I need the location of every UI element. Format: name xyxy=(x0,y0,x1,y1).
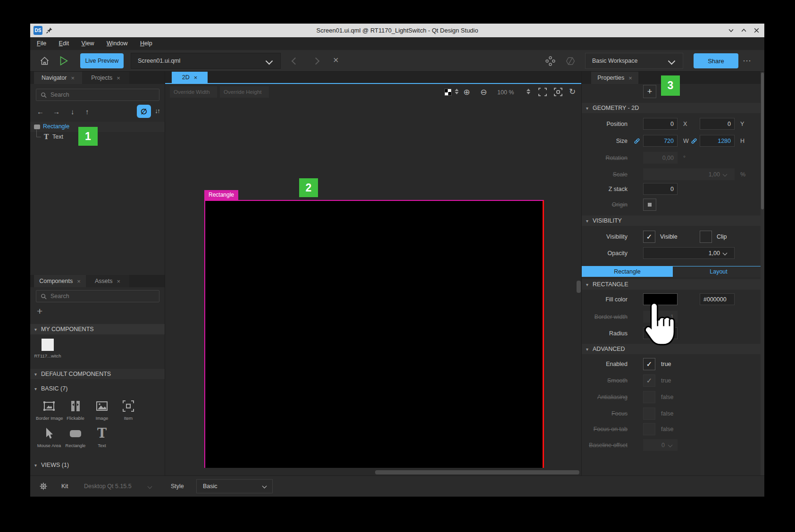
close-icon[interactable]: × xyxy=(628,75,632,81)
clip-checkbox[interactable] xyxy=(700,231,712,243)
rotation-field[interactable]: 0,00 xyxy=(643,152,678,164)
style-selector[interactable]: Basic xyxy=(196,479,273,493)
node-graph-icon[interactable] xyxy=(545,56,555,66)
subtab-rectangle[interactable]: Rectangle xyxy=(582,266,673,277)
origin-selector-button[interactable] xyxy=(643,199,656,211)
forward-icon[interactable] xyxy=(312,58,320,65)
rectangle-section-header[interactable]: ▾ RECTANGLE xyxy=(582,279,764,290)
position-y-field[interactable]: 0 xyxy=(700,118,735,130)
enabled-label: Enabled xyxy=(582,358,628,370)
properties-scrollbar-thumb[interactable] xyxy=(761,73,764,209)
scale-row: Scale 1,00 % xyxy=(582,168,764,181)
tab-assets[interactable]: Assets × xyxy=(86,275,129,287)
refresh-icon[interactable]: ↻ xyxy=(569,88,576,96)
close-document-icon[interactable]: × xyxy=(333,55,339,66)
visibility-section-header[interactable]: ▾ VISIBILITY xyxy=(582,216,764,226)
position-x-field[interactable]: 0 xyxy=(643,118,678,130)
background-stepper[interactable] xyxy=(455,89,459,94)
close-icon[interactable]: × xyxy=(194,75,198,81)
add-module-button[interactable]: + xyxy=(37,306,42,317)
zoom-stepper[interactable] xyxy=(527,89,530,94)
my-components-header[interactable]: ▾ MY COMPONENTS xyxy=(30,324,165,334)
section-label: MY COMPONENTS xyxy=(41,326,94,332)
close-icon[interactable]: × xyxy=(77,278,81,284)
background-color-swatch[interactable] xyxy=(444,89,452,96)
open-document-selector[interactable]: Screen01.ui.qml xyxy=(131,53,281,69)
percent-unit: % xyxy=(740,168,745,181)
scale-field[interactable]: 1,00 xyxy=(643,168,735,180)
component-text[interactable]: T Text xyxy=(89,426,115,450)
back-icon[interactable] xyxy=(292,58,299,65)
run-play-icon[interactable] xyxy=(60,56,68,66)
selection-frame-icon[interactable] xyxy=(538,88,547,96)
default-components-header[interactable]: ▾ DEFAULT COMPONENTS xyxy=(30,369,165,379)
reverse-order-icon[interactable]: ↓↑ xyxy=(155,108,159,114)
link-icon[interactable] xyxy=(634,138,640,144)
component-rectangle[interactable]: Rectangle xyxy=(62,426,89,450)
tab-2d[interactable]: 2D × xyxy=(172,72,208,83)
menu-file[interactable]: File xyxy=(32,37,51,50)
caret-down-icon: ▾ xyxy=(34,372,37,377)
device-rectangle[interactable] xyxy=(204,200,544,468)
opacity-field[interactable]: 1,00 xyxy=(643,247,735,259)
tab-properties[interactable]: Properties × xyxy=(591,72,638,84)
annotations-disabled-icon[interactable] xyxy=(565,56,576,66)
component-border-image[interactable]: Border Image xyxy=(36,399,62,423)
tab-components[interactable]: Components × xyxy=(34,275,86,287)
move-down-icon[interactable]: ↓ xyxy=(71,108,75,115)
component-mouse-area[interactable]: Mouse Area xyxy=(36,426,62,450)
fit-to-screen-icon[interactable] xyxy=(554,88,562,96)
smooth-checkbox[interactable]: ✓ xyxy=(643,374,655,387)
navigator-search-input[interactable]: Search xyxy=(36,89,159,101)
vertical-scrollbar-thumb[interactable] xyxy=(577,281,581,293)
window-close-icon[interactable] xyxy=(753,27,760,33)
geometry-section-header[interactable]: ▾ GEOMETRY - 2D xyxy=(582,103,764,113)
visible-checkbox[interactable]: ✓ xyxy=(643,231,655,243)
move-up-icon[interactable]: ↑ xyxy=(85,108,89,115)
components-search-input[interactable]: Search xyxy=(36,290,159,302)
move-left-icon[interactable]: ← xyxy=(37,108,44,115)
link-icon[interactable] xyxy=(691,138,697,144)
settings-gear-icon[interactable] xyxy=(39,482,48,490)
home-icon[interactable] xyxy=(40,56,50,66)
close-icon[interactable]: × xyxy=(117,75,120,81)
window-maximize-icon[interactable] xyxy=(741,27,747,33)
focus-checkbox[interactable] xyxy=(643,407,655,420)
views-header[interactable]: ▾ VIEWS (1) xyxy=(30,460,165,470)
focus-on-tab-checkbox[interactable] xyxy=(643,423,655,435)
z-stack-field[interactable]: 0 xyxy=(643,183,678,195)
menu-view[interactable]: View xyxy=(76,37,100,50)
add-property-button[interactable]: + xyxy=(643,85,656,98)
tab-projects[interactable]: Projects × xyxy=(82,72,129,84)
close-icon[interactable]: × xyxy=(71,75,75,81)
tab-2d-label: 2D xyxy=(182,74,190,81)
subtab-layout[interactable]: Layout xyxy=(673,266,764,277)
horizontal-scrollbar-thumb[interactable] xyxy=(375,470,579,474)
override-height-input[interactable]: Override Height xyxy=(220,86,269,98)
size-width-field[interactable]: 720 xyxy=(643,135,678,147)
zoom-in-icon[interactable]: ⊕ xyxy=(463,88,470,96)
override-width-input[interactable]: Override Width xyxy=(170,86,217,98)
basic-components-header[interactable]: ▾ BASIC (7) xyxy=(30,383,165,394)
component-rt1170-lightswitch-thumb[interactable] xyxy=(42,339,54,351)
close-icon[interactable]: × xyxy=(117,278,120,284)
menu-edit[interactable]: Edit xyxy=(54,37,75,50)
antialiasing-checkbox[interactable] xyxy=(643,391,655,403)
more-options-icon[interactable]: ⋯ xyxy=(743,56,751,66)
component-flickable[interactable]: Flickable xyxy=(62,399,89,423)
move-right-icon[interactable]: → xyxy=(53,108,60,115)
tab-navigator[interactable]: Navigator × xyxy=(34,72,82,84)
component-image[interactable]: Image xyxy=(89,399,115,423)
show-only-visible-toggle[interactable]: ∅ xyxy=(137,105,151,118)
fill-color-hex-field[interactable]: #000000 xyxy=(700,293,735,305)
menu-window[interactable]: Window xyxy=(101,37,133,50)
component-item[interactable]: Item xyxy=(115,399,142,423)
window-minimize-icon[interactable] xyxy=(728,27,734,33)
zoom-out-icon[interactable]: ⊖ xyxy=(480,88,487,96)
workspace-selector[interactable]: Basic Workspace xyxy=(585,53,683,69)
live-preview-button[interactable]: Live Preview xyxy=(80,53,124,68)
share-button[interactable]: Share xyxy=(694,53,738,68)
menu-help[interactable]: Help xyxy=(135,37,158,50)
size-height-field[interactable]: 1280 xyxy=(700,135,735,147)
enabled-checkbox[interactable]: ✓ xyxy=(643,358,655,370)
